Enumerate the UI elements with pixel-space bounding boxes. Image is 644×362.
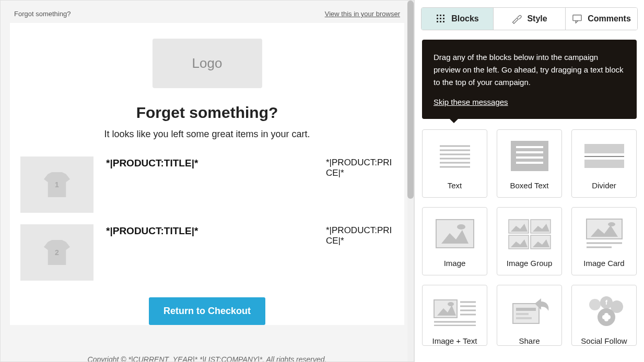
image-group-icon [507,216,553,251]
svg-point-42 [448,302,454,306]
block-label: Image + Text [432,336,477,345]
blocks-icon [436,14,446,24]
social-follow-icon: f [581,294,627,329]
svg-rect-3 [437,18,438,19]
product-row: 1 *|PRODUCT:TITLE|* *|PRODUCT:PRICE|* [20,156,394,213]
block-image[interactable]: Image [422,207,487,275]
block-share[interactable]: Share [497,285,562,346]
svg-rect-2 [443,15,444,16]
onboarding-tooltip: Drag any of the blocks below into the ca… [422,40,637,119]
image-text-icon [432,294,478,329]
block-label: Text [448,181,462,190]
block-label: Share [519,336,540,345]
product-number: 1 [55,180,59,189]
tab-blocks[interactable]: Blocks [421,8,494,30]
svg-rect-52 [516,317,532,319]
product-image-placeholder[interactable]: 2 [20,224,93,281]
block-label: Image Card [583,259,624,268]
tooltip-text: Drag any of the blocks below into the ca… [434,51,625,89]
svg-point-37 [608,222,615,226]
svg-rect-1 [440,15,441,16]
svg-rect-9 [573,15,581,21]
campaign-preview[interactable]: Forgot something? View this in your brow… [0,0,414,362]
preview-scrollbar[interactable] [407,1,414,361]
block-label: Divider [592,181,616,190]
svg-point-53 [589,299,601,310]
tab-label: Blocks [451,14,478,23]
svg-rect-0 [437,15,438,16]
svg-point-26 [457,224,465,230]
email-body: Logo Forget something? It looks like you… [10,23,404,325]
blocks-grid: Text Boxed Text Divider Im [415,129,644,353]
product-title: *|PRODUCT:TITLE|* [106,224,313,237]
return-to-checkout-button[interactable]: Return to Checkout [149,297,265,325]
block-image-group[interactable]: Image Group [497,207,562,275]
view-in-browser-link[interactable]: View this in your browser [325,10,400,18]
style-icon [511,14,522,24]
sidebar-tabs: Blocks Style Comments [421,7,638,30]
svg-rect-50 [516,308,536,311]
image-card-icon [581,216,627,251]
email-subheading: It looks like you left some great items … [20,129,394,140]
product-row: 2 *|PRODUCT:TITLE|* *|PRODUCT:PRICE|* [20,224,394,281]
block-boxed-text[interactable]: Boxed Text [497,129,562,198]
svg-rect-4 [440,18,441,19]
preheader-text: Forgot something? [14,10,71,18]
tab-label: Comments [588,14,631,23]
svg-rect-23 [584,160,624,168]
block-text[interactable]: Text [422,129,487,198]
block-label: Social Follow [581,336,627,345]
svg-rect-5 [443,18,444,19]
block-social-follow[interactable]: f Social Follow [571,285,637,346]
block-divider[interactable]: Divider [571,129,637,198]
block-image-text[interactable]: Image + Text [422,285,487,346]
comments-icon [572,14,582,24]
tab-label: Style [527,14,547,23]
tab-comments[interactable]: Comments [566,8,637,30]
block-label: Boxed Text [510,181,549,190]
block-label: Image Group [507,259,553,268]
image-icon [432,216,478,251]
product-number: 2 [55,248,59,257]
product-image-placeholder[interactable]: 1 [20,156,93,213]
divider-icon [581,138,627,174]
block-label: Image [444,259,466,268]
block-image-card[interactable]: Image Card [571,207,637,275]
svg-rect-7 [440,21,441,22]
email-heading: Forget something? [20,104,394,122]
product-title: *|PRODUCT:TITLE|* [106,156,313,169]
product-price: *|PRODUCT:PRICE|* [326,156,394,178]
text-icon [432,138,478,174]
svg-text:f: f [605,298,607,306]
svg-rect-21 [584,144,624,153]
tab-style[interactable]: Style [494,8,566,30]
svg-rect-6 [437,21,438,22]
svg-rect-16 [511,141,548,171]
logo-placeholder[interactable]: Logo [153,39,262,88]
skip-messages-link[interactable]: Skip these messages [434,98,508,106]
svg-rect-51 [516,313,529,315]
svg-rect-8 [443,21,444,22]
email-footer: Copyright © *|CURRENT_YEAR|* *|LIST:COMP… [10,346,404,362]
boxed-text-icon [507,138,553,174]
editor-sidebar: Blocks Style Comments Drag any of the bl… [414,0,644,362]
share-icon [507,294,553,329]
product-price: *|PRODUCT:PRICE|* [326,224,394,246]
svg-rect-58 [602,315,611,319]
